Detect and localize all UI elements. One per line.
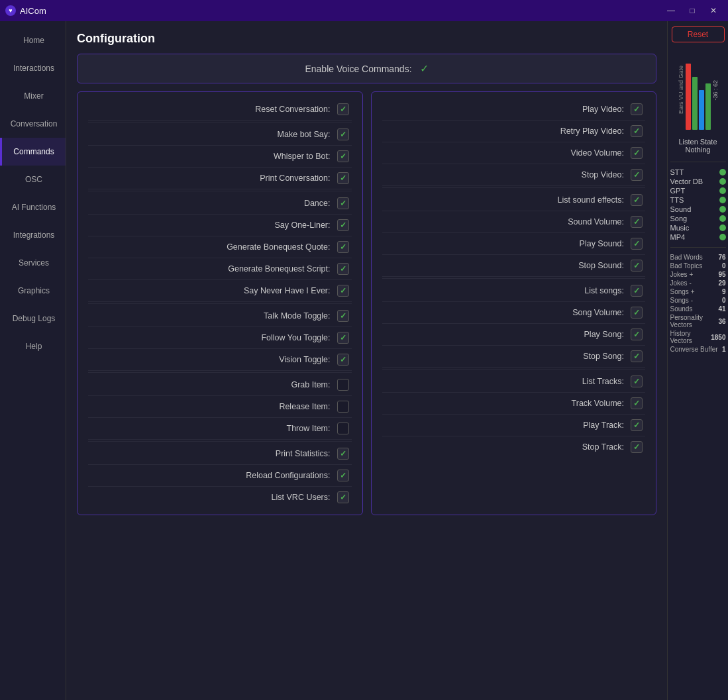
cmd-separator [88,191,352,191]
stat-row: Jokes -29 [670,279,726,287]
sidebar-item-osc[interactable]: OSC [0,166,66,193]
cmd-checkbox[interactable] [631,260,643,272]
cmd-checkbox[interactable] [337,219,349,231]
cmd-checkbox[interactable] [337,354,349,366]
vu-db: -36 : 62 [712,80,719,101]
status-dot [719,225,726,231]
stat-label: Bad Topics [670,262,703,270]
cmd-checkbox[interactable] [631,419,643,431]
maximize-button[interactable]: □ [683,4,702,17]
cmd-checkbox[interactable] [631,350,643,362]
cmd-label: Generate Bonequest Script: [91,264,337,274]
cmd-checkbox[interactable] [337,470,349,481]
sidebar-item-graphics[interactable]: Graphics [0,277,66,305]
cmd-label: List Tracks: [385,377,631,386]
stat-label: Songs - [670,297,693,304]
close-button[interactable]: ✕ [704,4,723,17]
vu-bar [699,90,704,130]
table-row: Stop Song: [382,346,646,368]
cmd-checkbox[interactable] [631,307,643,319]
table-row: Stop Video: [382,164,646,186]
status-label: TTS [670,196,684,204]
cmd-checkbox[interactable] [337,401,349,413]
app-icon: ♥ [5,5,16,16]
cmd-separator [382,369,646,370]
stat-value: 9 [722,288,726,295]
cmd-separator [88,303,352,304]
cmd-checkbox[interactable] [631,285,643,297]
table-row: Stop Sound: [382,255,646,277]
titlebar: ♥ AICom — □ ✕ [0,0,728,21]
cmd-checkbox[interactable] [631,125,643,137]
cmd-checkbox[interactable] [631,216,643,228]
table-row: Reload Configurations: [88,465,352,487]
cmd-checkbox[interactable] [631,194,643,206]
sidebar-item-help[interactable]: Help [0,332,66,360]
sidebar-item-ai-functions[interactable]: AI Functions [0,193,66,221]
cmd-checkbox[interactable] [337,263,349,275]
cmd-checkbox[interactable] [337,103,349,115]
cmd-label: List sound effects: [385,195,631,205]
stat-label: Jokes - [670,279,692,287]
cmd-checkbox[interactable] [631,397,643,409]
sidebar-item-interactions[interactable]: Interactions [0,54,66,82]
sidebar-item-mixer[interactable]: Mixer [0,82,66,110]
cmd-checkbox[interactable] [631,169,643,181]
cmd-checkbox[interactable] [337,448,349,460]
stat-row: Bad Topics0 [670,262,726,270]
stat-value: 41 [718,305,725,313]
cmd-checkbox[interactable] [337,423,349,434]
cmd-label: Play Video: [385,105,631,114]
minimize-button[interactable]: — [662,4,680,17]
cmd-checkbox[interactable] [337,241,349,253]
sidebar-item-integrations[interactable]: Integrations [0,221,66,249]
stat-row: Bad Words76 [670,253,726,262]
cmd-checkbox[interactable] [631,238,643,250]
stat-row: Converse Buffer1 [670,345,726,354]
cmd-label: Stop Video: [385,170,631,179]
table-row: Reset Conversation: [88,99,352,121]
cmd-checkbox[interactable] [631,103,643,115]
cmd-checkbox[interactable] [337,310,349,322]
cmd-checkbox[interactable] [337,128,349,140]
sidebar-item-conversation[interactable]: Conversation [0,110,66,138]
status-label: Music [670,224,690,232]
reset-button[interactable]: Reset [672,26,725,42]
cmd-label: Generate Bonequest Quote: [91,242,337,252]
sidebar-item-home[interactable]: Home [0,26,66,54]
status-row-music: Music [670,223,726,232]
table-row: Song Volume: [382,302,646,324]
table-row: Play Video: [382,99,646,121]
status-dot [719,234,726,240]
cmd-checkbox[interactable] [337,285,349,297]
cmd-checkbox[interactable] [337,491,349,503]
cmd-checkbox[interactable] [631,375,643,387]
cmd-label: List VRC Users: [91,493,337,502]
table-row: Retry Play Video: [382,121,646,142]
sidebar-item-commands[interactable]: Commands [0,138,66,166]
sidebar-item-services[interactable]: Services [0,249,66,277]
table-row: Print Conversation: [88,168,352,189]
cmd-checkbox[interactable] [631,328,643,340]
commands-grid: Reset Conversation:Make bot Say:Whisper … [77,91,656,515]
status-label: MP4 [670,233,686,241]
cmd-label: Song Volume: [385,308,631,317]
sidebar-item-debug-logs[interactable]: Debug Logs [0,305,66,332]
table-row: Play Sound: [382,233,646,255]
cmd-checkbox[interactable] [337,197,349,209]
cmd-label: Sound Volume: [385,217,631,226]
cmd-label: Reset Conversation: [91,105,337,114]
voice-commands-check[interactable]: ✓ [420,62,429,75]
cmd-checkbox[interactable] [337,379,349,391]
cmd-checkbox[interactable] [337,172,349,184]
right-status-panel: Reset Ears VU and Gate -36 : 62 Listen S… [667,21,728,700]
cmd-checkbox[interactable] [631,147,643,159]
cmd-checkbox[interactable] [337,332,349,344]
status-dot [719,215,726,222]
vu-bar [705,83,711,130]
cmd-label: Release Item: [91,402,337,411]
cmd-checkbox[interactable] [337,150,349,162]
stat-rows: Bad Words76Bad Topics0Jokes +95Jokes -29… [670,253,726,354]
content-area: Configuration Enable Voice Commands: ✓ R… [66,21,667,700]
cmd-checkbox[interactable] [631,441,643,453]
